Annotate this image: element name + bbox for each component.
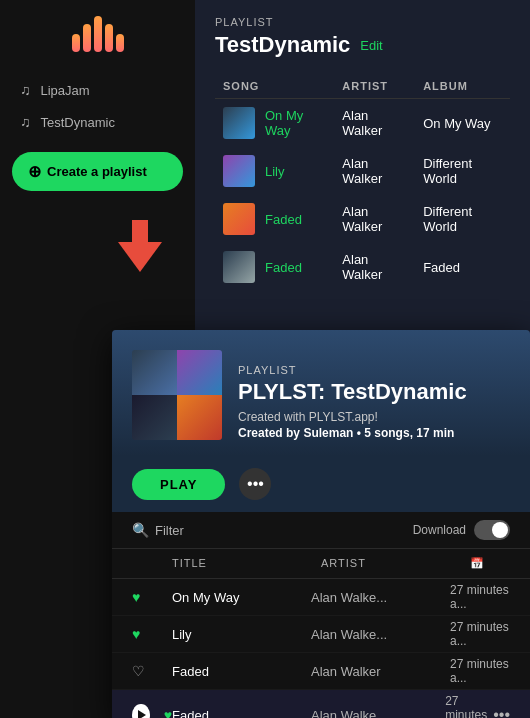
logo-bar-4 <box>105 24 113 52</box>
song-name: Faded <box>265 212 302 227</box>
main-content: PLAYLIST TestDynamic Edit SONG ARTIST AL… <box>195 0 530 340</box>
col-header-date: 📅 <box>470 553 510 574</box>
track-time: 27 minutes a... <box>445 694 487 718</box>
header-spacer <box>132 553 172 574</box>
heart-icon[interactable]: ♥ <box>132 626 140 642</box>
toggle-knob <box>492 522 508 538</box>
calendar-icon: 📅 <box>470 557 485 569</box>
created-by-prefix: Created by <box>238 426 300 440</box>
sidebar-item-lipajam[interactable]: ♫ LipaJam <box>12 76 183 104</box>
filter-row: 🔍 Filter Download <box>112 512 530 549</box>
heart-icon[interactable]: ♥ <box>164 707 172 718</box>
heart-icon[interactable]: ♡ <box>132 663 145 679</box>
song-count: 5 songs, 17 min <box>364 426 454 440</box>
track-title: Faded <box>172 664 311 679</box>
sidebar: ♫ LipaJam ♫ TestDynamic ⊕ Create a playl… <box>0 0 195 340</box>
artist-cell: Alan Walker <box>334 243 415 291</box>
controls-row: PLAY ••• <box>112 456 530 512</box>
track-time: 27 minutes a... <box>450 620 510 648</box>
track-title: On My Way <box>172 590 311 605</box>
song-art <box>223 251 255 283</box>
album-cell: On My Way <box>415 99 510 148</box>
col-header-song: SONG <box>215 74 334 99</box>
track-artist: Alan Walke... <box>311 708 450 719</box>
art-quad-4 <box>177 395 222 440</box>
track-list: ♥ On My Way Alan Walke... 27 minutes a..… <box>112 579 530 718</box>
bottom-playlist-title: PLYLST: TestDynamic <box>238 380 510 404</box>
playlist-info: PLAYLIST PLYLST: TestDynamic Created wit… <box>238 364 510 440</box>
bottom-header: PLAYLIST PLYLST: TestDynamic Created wit… <box>112 330 530 456</box>
bottom-playlist-meta: Created with PLYLST.app! <box>238 410 510 424</box>
create-playlist-label: Create a playlist <box>47 164 147 179</box>
more-options-icon[interactable]: ••• <box>493 706 510 718</box>
song-cell[interactable]: Faded <box>215 195 334 243</box>
more-dots-icon: ••• <box>247 475 264 493</box>
sidebar-item-label: TestDynamic <box>41 115 115 130</box>
track-row[interactable]: ♥ Faded Alan Walke... 27 minutes a... ••… <box>112 690 530 718</box>
bottom-panel: PLAYLIST PLYLST: TestDynamic Created wit… <box>112 330 530 718</box>
plus-icon: ⊕ <box>28 162 41 181</box>
bottom-playlist-meta-sub: Created by Suleman • 5 songs, 17 min <box>238 426 510 440</box>
album-cell: Different World <box>415 147 510 195</box>
play-button[interactable]: PLAY <box>132 469 225 500</box>
song-art <box>223 155 255 187</box>
playlist-title-row: TestDynamic Edit <box>215 32 510 58</box>
col-header-title: TITLE <box>172 553 321 574</box>
logo <box>12 16 183 52</box>
arrow-stem <box>132 220 148 242</box>
album-cell: Different World <box>415 195 510 243</box>
track-left: ♡ <box>132 663 172 679</box>
song-art <box>223 107 255 139</box>
artist-cell: Alan Walker <box>334 99 415 148</box>
col-header-artist: ARTIST <box>334 74 415 99</box>
arrow-down <box>118 242 162 272</box>
create-playlist-button[interactable]: ⊕ Create a playlist <box>12 152 183 191</box>
playlist-artwork <box>132 350 222 440</box>
artist-cell: Alan Walker <box>334 147 415 195</box>
song-art <box>223 203 255 235</box>
art-quad-1 <box>132 350 177 395</box>
table-row: Lily Alan Walker Different World <box>215 147 510 195</box>
album-cell: Faded <box>415 243 510 291</box>
track-row[interactable]: ♥ On My Way Alan Walke... 27 minutes a..… <box>112 579 530 616</box>
filter-label[interactable]: Filter <box>155 523 184 538</box>
track-left: ♥ <box>132 626 172 642</box>
art-quad-3 <box>132 395 177 440</box>
track-artist: Alan Walker <box>311 664 450 679</box>
heart-icon[interactable]: ♥ <box>132 589 140 605</box>
track-artist: Alan Walke... <box>311 627 450 642</box>
col-header-artist: ARTIST <box>321 553 470 574</box>
track-title: Lily <box>172 627 311 642</box>
logo-bars <box>72 16 124 52</box>
edit-link[interactable]: Edit <box>360 38 382 53</box>
track-artist: Alan Walke... <box>311 590 450 605</box>
download-toggle-switch[interactable] <box>474 520 510 540</box>
logo-bar-2 <box>83 24 91 52</box>
track-time: 27 minutes a... <box>450 583 510 611</box>
table-row: Faded Alan Walker Different World <box>215 195 510 243</box>
logo-bar-1 <box>72 34 80 52</box>
song-cell[interactable]: Faded <box>215 243 334 291</box>
top-panel: ♫ LipaJam ♫ TestDynamic ⊕ Create a playl… <box>0 0 530 340</box>
playlist-type-label: PLAYLIST <box>215 16 510 28</box>
song-cell[interactable]: Lily <box>215 147 334 195</box>
table-row: On My Way Alan Walker On My Way <box>215 99 510 148</box>
tracks-header: TITLE ARTIST 📅 <box>112 549 530 579</box>
track-time: 27 minutes a... <box>450 657 510 685</box>
track-row[interactable]: ♥ Lily Alan Walke... 27 minutes a... <box>112 616 530 653</box>
music-icon: ♫ <box>20 82 31 98</box>
track-title: Faded <box>172 708 311 719</box>
more-button[interactable]: ••• <box>239 468 271 500</box>
track-right: 27 minutes a... ••• <box>450 694 510 718</box>
now-playing-icon <box>132 704 150 718</box>
sidebar-item-testdynamic[interactable]: ♫ TestDynamic <box>12 108 183 136</box>
track-row[interactable]: ♡ Faded Alan Walker 27 minutes a... <box>112 653 530 690</box>
song-name: Lily <box>265 164 285 179</box>
art-quad-2 <box>177 350 222 395</box>
track-left: ♥ <box>132 589 172 605</box>
col-header-album: ALBUM <box>415 74 510 99</box>
song-name: Faded <box>265 260 302 275</box>
bottom-playlist-type: PLAYLIST <box>238 364 510 376</box>
download-toggle: Download <box>413 520 510 540</box>
song-cell[interactable]: On My Way <box>215 99 334 148</box>
